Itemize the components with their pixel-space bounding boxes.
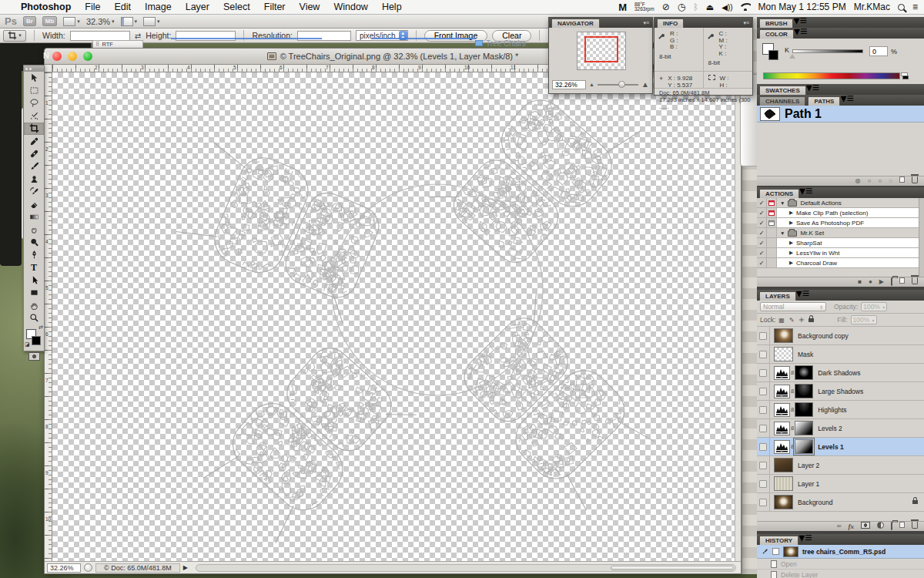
document-canvas[interactable] bbox=[52, 72, 735, 561]
levels-adjustment-icon[interactable] bbox=[774, 385, 790, 398]
load-selection-icon[interactable]: ○ bbox=[878, 176, 882, 186]
visibility-toggle[interactable] bbox=[757, 382, 770, 400]
menu-help[interactable]: Help bbox=[375, 0, 409, 15]
notification-center-icon[interactable]: ≡ bbox=[912, 2, 918, 12]
action-dialog-toggle[interactable] bbox=[767, 248, 777, 257]
visibility-toggle[interactable] bbox=[757, 327, 770, 344]
horizontal-scrollbar-thumb[interactable] bbox=[611, 566, 734, 570]
play-icon[interactable]: ▶ bbox=[879, 277, 884, 287]
opacity-field[interactable]: 100%▾ bbox=[861, 302, 887, 311]
delete-layer-icon[interactable] bbox=[912, 522, 918, 532]
color-background-swatch[interactable] bbox=[768, 50, 778, 60]
visibility-toggle[interactable] bbox=[757, 419, 770, 437]
do-not-disturb-icon[interactable]: ⊘ bbox=[662, 2, 670, 12]
layer-mask-thumbnail[interactable] bbox=[795, 439, 813, 454]
menu-select[interactable]: Select bbox=[216, 0, 257, 15]
action-row[interactable]: ✓ ▶SharpSat bbox=[757, 238, 924, 248]
user-menu[interactable]: Mr.KMac bbox=[854, 2, 890, 12]
navigator-thumbnail[interactable] bbox=[577, 32, 626, 70]
levels-adjustment-icon[interactable] bbox=[774, 440, 790, 454]
k-slider-track[interactable] bbox=[792, 49, 863, 53]
hand-tool[interactable] bbox=[24, 299, 44, 311]
mask-link-icon[interactable]: 8 bbox=[791, 425, 794, 432]
panel-menu-icon[interactable]: ▾≡ bbox=[798, 530, 812, 545]
gradient-tool[interactable] bbox=[24, 210, 44, 223]
action-dialog-toggle[interactable] bbox=[767, 238, 777, 247]
crop-tool[interactable] bbox=[24, 123, 44, 135]
action-dialog-toggle[interactable] bbox=[767, 198, 777, 207]
visibility-toggle[interactable] bbox=[757, 401, 770, 418]
action-check[interactable]: ✓ bbox=[757, 218, 767, 227]
layer-row[interactable]: Background bbox=[757, 493, 924, 512]
new-layer-icon[interactable] bbox=[899, 522, 905, 531]
levels-adjustment-icon[interactable] bbox=[774, 366, 790, 380]
actions-panel-header[interactable]: ACTIONS ▾≡ bbox=[757, 187, 924, 198]
navigator-tab[interactable]: NAVIGATOR bbox=[551, 18, 600, 28]
color-spectrum-ramp[interactable] bbox=[763, 72, 900, 79]
spotlight-icon[interactable] bbox=[898, 4, 905, 11]
levels-adjustment-icon[interactable] bbox=[774, 403, 790, 417]
eject-icon[interactable]: ⏏ bbox=[706, 2, 714, 12]
path-selection-tool[interactable] bbox=[24, 274, 44, 286]
history-brush-source-icon[interactable] bbox=[760, 547, 768, 556]
panel-menu-icon[interactable]: ▾≡ bbox=[796, 286, 809, 301]
smudge-tool[interactable] bbox=[24, 223, 44, 236]
blend-mode-select[interactable]: Normal⇕ bbox=[760, 302, 826, 311]
bridge-button[interactable]: Br bbox=[23, 16, 36, 26]
lock-all-icon[interactable] bbox=[808, 318, 814, 322]
layer-row[interactable]: Layer 1 bbox=[757, 475, 924, 493]
layer-row-selected[interactable]: 8 Levels 1 bbox=[757, 438, 924, 456]
action-dialog-toggle[interactable] bbox=[767, 218, 777, 227]
status-arrow-icon[interactable]: ▶ bbox=[183, 564, 188, 571]
snapshot-thumbnail[interactable] bbox=[783, 546, 798, 557]
shape-tool[interactable] bbox=[24, 287, 44, 299]
layer-thumbnail[interactable] bbox=[774, 347, 793, 361]
action-row[interactable]: ✓ ▶Make Clip Path (selection) bbox=[757, 208, 924, 218]
menu-photoshop[interactable]: Photoshop bbox=[14, 0, 78, 15]
layer-mask-thumbnail[interactable] bbox=[795, 365, 813, 380]
history-panel-header[interactable]: HISTORY ▾≡ bbox=[757, 534, 924, 545]
swap-colors-icon[interactable]: ⇄ bbox=[38, 324, 43, 331]
action-row[interactable]: ✓ ▶LessYllw in Wht bbox=[757, 248, 924, 258]
mask-link-icon[interactable]: 8 bbox=[791, 388, 794, 395]
path-thumbnail[interactable] bbox=[760, 107, 780, 121]
delete-action-icon[interactable] bbox=[912, 277, 918, 287]
zoom-in-icon[interactable]: ▲ bbox=[641, 80, 649, 89]
k-slider-thumb[interactable] bbox=[789, 54, 795, 59]
lock-pixels-icon[interactable]: ✎ bbox=[789, 317, 796, 324]
menu-view[interactable]: View bbox=[293, 0, 327, 15]
menu-image[interactable]: Image bbox=[138, 0, 179, 15]
lock-transparency-icon[interactable]: ▦ bbox=[778, 317, 786, 324]
zoom-out-icon[interactable]: ▲ bbox=[589, 82, 594, 87]
layer-row[interactable]: Mask bbox=[757, 345, 924, 364]
color-panel-header[interactable]: COLOR ▾≡ bbox=[757, 28, 924, 39]
layer-row[interactable]: Layer 2 bbox=[757, 456, 924, 475]
mask-link-icon[interactable]: 8 bbox=[791, 406, 794, 413]
visibility-toggle[interactable] bbox=[757, 475, 770, 492]
vertical-ruler[interactable]: 12345678910 bbox=[45, 72, 52, 561]
layer-thumbnail[interactable] bbox=[774, 328, 793, 343]
lock-position-icon[interactable]: ✛ bbox=[799, 317, 806, 324]
arrange-documents-dropdown[interactable]: ▾ bbox=[121, 17, 138, 26]
action-dialog-toggle[interactable] bbox=[767, 228, 777, 237]
new-path-icon[interactable] bbox=[899, 176, 905, 186]
navigator-view-box[interactable] bbox=[584, 36, 618, 62]
view-extras-dropdown[interactable]: ▾ bbox=[63, 17, 80, 26]
mask-link-icon[interactable]: 8 bbox=[791, 443, 794, 450]
delete-path-icon[interactable] bbox=[912, 176, 918, 187]
clone-stamp-tool[interactable] bbox=[24, 173, 44, 185]
adjustment-layer-icon[interactable] bbox=[877, 522, 884, 532]
layer-mask-thumbnail[interactable] bbox=[795, 402, 813, 417]
quick-mask-button[interactable] bbox=[28, 352, 40, 361]
panel-menu-icon[interactable]: ▾≡ bbox=[806, 80, 819, 95]
visibility-toggle[interactable] bbox=[757, 493, 770, 511]
action-check[interactable]: ✓ bbox=[757, 198, 767, 207]
record-icon[interactable]: ● bbox=[869, 277, 872, 287]
width-input[interactable] bbox=[70, 31, 130, 41]
panel-menu-icon[interactable]: ▾≡ bbox=[794, 24, 807, 39]
set-source-checkbox[interactable] bbox=[772, 548, 779, 555]
istat-temp[interactable]: 88°F 3263rpm bbox=[634, 2, 654, 12]
action-set-row[interactable]: ✓ ▼Default Actions bbox=[757, 198, 924, 208]
move-tool[interactable] bbox=[24, 72, 44, 84]
actions-scrollbar[interactable] bbox=[919, 198, 924, 277]
